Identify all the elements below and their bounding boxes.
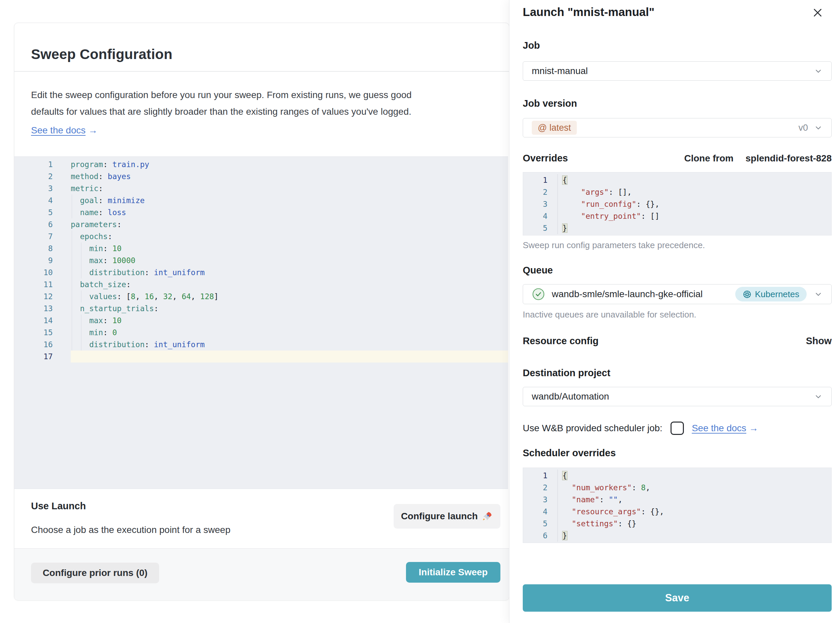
card-footer: Configure prior runs (0) Initialize Swee… <box>14 548 509 600</box>
code-token: program <box>71 160 103 169</box>
line-number: 4 <box>14 195 53 206</box>
line-number: 9 <box>14 255 53 267</box>
code-line-content[interactable]: method: bayes <box>71 170 508 183</box>
line-number: 5 <box>14 206 53 218</box>
code-token: "" <box>609 495 618 504</box>
job-version-label: Job version <box>523 98 577 109</box>
code-line-content[interactable]: "args": [], <box>558 186 831 198</box>
code-token: min <box>89 328 103 337</box>
kubernetes-badge: Kubernetes <box>735 287 807 301</box>
configure-prior-runs-button[interactable]: Configure prior runs (0) <box>31 563 159 583</box>
code-token: { <box>562 471 567 480</box>
code-token: parameters <box>71 220 117 229</box>
line-number: 13 <box>14 302 53 315</box>
code-line-content[interactable]: "settings": {} <box>558 518 831 529</box>
code-token: , <box>172 292 182 301</box>
code-line: 15 min: 0 <box>14 327 508 339</box>
code-token: "name" <box>572 495 599 504</box>
code-token: , <box>645 483 650 492</box>
destination-project-select[interactable]: wandb/Automation <box>523 387 832 406</box>
save-button[interactable]: Save <box>523 584 832 612</box>
code-line-content[interactable]: } <box>558 529 831 542</box>
code-token: ] <box>214 292 218 301</box>
code-token: 10 <box>112 316 122 325</box>
close-button[interactable] <box>810 5 825 20</box>
queue-select[interactable]: wandb-smle/smle-launch-gke-official Kube… <box>523 284 832 304</box>
code-line-content[interactable]: "run_config": {}, <box>558 198 831 210</box>
code-line-content[interactable]: max: 10 <box>71 315 508 327</box>
scheduler-job-label: Use W&B provided scheduler job: <box>523 423 662 434</box>
overrides-editor[interactable]: 1{2 "args": [],3 "run_config": {},4 "ent… <box>523 172 832 235</box>
code-line-content[interactable]: min: 10 <box>71 242 508 255</box>
code-token: "settings" <box>572 519 618 528</box>
code-line: 9 max: 10000 <box>14 255 508 267</box>
code-line-content[interactable]: metric: <box>71 183 508 195</box>
code-token: metric <box>71 184 98 193</box>
code-line-content[interactable]: max: 10000 <box>71 255 508 267</box>
sweep-config-editor[interactable]: 1program: train.py2method: bayes3metric:… <box>14 157 508 489</box>
code-token: method <box>71 172 98 181</box>
code-token: , <box>191 292 200 301</box>
code-token: train.py <box>112 160 149 169</box>
code-line: 3 "name": "", <box>523 494 831 506</box>
code-line: 3 "run_config": {}, <box>523 198 831 210</box>
code-line-content[interactable]: } <box>558 222 831 234</box>
clone-from-run-link[interactable]: splendid-forest-828 <box>746 153 832 164</box>
line-number: 15 <box>14 327 53 339</box>
code-token: epochs <box>80 232 108 241</box>
code-line: 5 "settings": {} <box>523 518 831 529</box>
code-line-content[interactable]: batch_size: <box>71 278 508 290</box>
code-line: 1{ <box>523 174 831 186</box>
queue-value: wandb-smle/smle-launch-gke-official <box>552 289 703 299</box>
code-line: 8 min: 10 <box>14 242 508 255</box>
code-token: n_startup_trials <box>80 304 154 313</box>
code-line-content[interactable]: epochs: <box>71 230 508 242</box>
code-line-content[interactable]: goal: minimize <box>71 195 508 206</box>
code-token: "args" <box>581 188 608 196</box>
job-select[interactable]: mnist-manual <box>523 61 832 81</box>
code-line: 16 distribution: int_uniform <box>14 339 508 350</box>
code-line-content[interactable]: n_startup_trials: <box>71 302 508 315</box>
code-line-content[interactable] <box>71 350 508 362</box>
code-token: : <box>154 304 158 313</box>
see-docs-link-scheduler[interactable]: See the docs→ <box>692 423 758 434</box>
configure-launch-button[interactable]: Configure launch <box>394 504 501 529</box>
code-token <box>562 483 572 492</box>
indent-guide <box>72 339 72 350</box>
code-line-content[interactable]: distribution: int_uniform <box>71 339 508 350</box>
scheduler-overrides-editor[interactable]: 1{2 "num_workers": 8,3 "name": "",4 "res… <box>523 468 832 543</box>
code-token <box>562 212 581 221</box>
initialize-sweep-button[interactable]: Initialize Sweep <box>406 562 501 583</box>
code-line-content[interactable]: "num_workers": 8, <box>558 482 831 494</box>
code-token: : <box>98 208 108 217</box>
show-resource-config-button[interactable]: Show <box>806 336 832 347</box>
code-token: : [], <box>608 188 631 196</box>
code-token: 0 <box>112 328 117 337</box>
code-line: 2 "num_workers": 8, <box>523 482 831 494</box>
code-line-content[interactable]: "resource_args": {}, <box>558 506 831 518</box>
code-line-content[interactable]: "entry_point": [] <box>558 210 831 222</box>
code-line-content[interactable]: { <box>558 470 831 482</box>
code-line-content[interactable]: "name": "", <box>558 494 831 506</box>
see-docs-link[interactable]: See the docs→ <box>31 125 97 136</box>
scheduler-job-checkbox[interactable] <box>671 422 684 435</box>
code-line-content[interactable]: { <box>558 174 831 186</box>
overrides-header-row: Overrides Clone from splendid-forest-828 <box>523 153 832 164</box>
code-line-content[interactable]: parameters: <box>71 218 508 230</box>
code-line-content[interactable]: name: loss <box>71 206 508 218</box>
job-label: Job <box>523 40 540 51</box>
code-line-content[interactable]: distribution: int_uniform <box>71 267 508 278</box>
code-line-content[interactable]: values: [8, 16, 32, 64, 128] <box>71 290 508 302</box>
code-token: 128 <box>200 292 214 301</box>
code-line: 4 "entry_point": [] <box>523 210 831 222</box>
code-line: 1{ <box>523 470 831 482</box>
code-token <box>71 232 80 241</box>
job-version-select[interactable]: @ latest v0 <box>523 118 832 137</box>
code-token: "num_workers" <box>572 483 632 492</box>
code-line-content[interactable]: min: 0 <box>71 327 508 339</box>
indent-guide <box>72 327 72 339</box>
line-number: 12 <box>14 290 53 302</box>
code-line-content[interactable]: program: train.py <box>71 158 508 170</box>
code-token: 32 <box>163 292 172 301</box>
code-token <box>562 519 572 528</box>
